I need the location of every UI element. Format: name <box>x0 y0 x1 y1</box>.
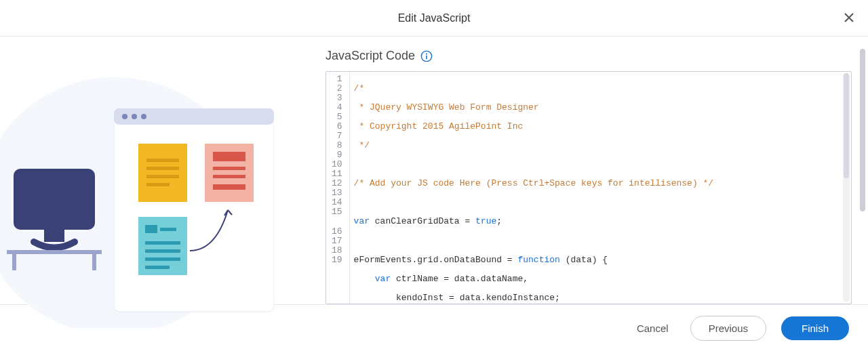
svg-rect-24 <box>145 241 180 245</box>
previous-button[interactable]: Previous <box>690 316 766 341</box>
panel-scrollbar[interactable] <box>860 49 865 211</box>
editor-panel: JavaScript Code 123456789101112131415 16… <box>326 37 868 304</box>
code-area[interactable]: /* * JQuery WYSIWYG Web Form Designer * … <box>350 72 851 304</box>
monitor-icon <box>7 162 115 270</box>
svg-rect-11 <box>138 144 187 202</box>
svg-rect-13 <box>146 167 179 170</box>
svg-rect-3 <box>7 250 102 254</box>
svg-rect-19 <box>213 175 245 178</box>
svg-rect-22 <box>145 225 157 233</box>
dialog-title: Edit JavaScript <box>398 12 471 24</box>
dialog-body: JavaScript Code 123456789101112131415 16… <box>0 37 868 304</box>
finish-button[interactable]: Finish <box>781 316 849 340</box>
svg-rect-15 <box>146 183 170 186</box>
svg-rect-25 <box>145 249 180 253</box>
svg-rect-20 <box>213 184 245 190</box>
editor-scrollbar[interactable] <box>843 73 850 302</box>
svg-rect-12 <box>146 159 179 162</box>
section-header: JavaScript Code <box>326 49 852 63</box>
close-button[interactable] <box>840 8 859 27</box>
svg-rect-14 <box>146 175 179 178</box>
svg-rect-2 <box>44 230 64 242</box>
svg-rect-30 <box>426 55 427 58</box>
dialog-header: Edit JavaScript <box>0 0 868 37</box>
browser-window-icon <box>114 108 274 318</box>
close-icon <box>844 12 854 23</box>
illustration-panel <box>0 37 326 304</box>
svg-rect-6 <box>114 108 274 312</box>
svg-point-9 <box>132 114 137 119</box>
svg-rect-5 <box>92 254 96 270</box>
svg-point-29 <box>426 53 427 54</box>
svg-point-10 <box>141 114 146 119</box>
svg-rect-23 <box>160 228 176 231</box>
cancel-button[interactable]: Cancel <box>630 317 675 339</box>
section-label: JavaScript Code <box>326 49 415 63</box>
svg-rect-27 <box>145 266 170 269</box>
info-icon[interactable] <box>420 50 433 62</box>
line-gutter: 123456789101112131415 16171819 <box>326 72 350 304</box>
code-editor[interactable]: 123456789101112131415 16171819 /* * JQue… <box>326 71 852 304</box>
svg-rect-1 <box>14 169 95 230</box>
svg-point-8 <box>122 114 127 119</box>
editor-scrollbar-thumb[interactable] <box>844 73 849 178</box>
svg-rect-18 <box>213 167 245 170</box>
svg-rect-7 <box>114 108 274 125</box>
svg-rect-4 <box>12 254 16 270</box>
svg-rect-26 <box>145 257 180 261</box>
svg-rect-17 <box>213 152 245 161</box>
